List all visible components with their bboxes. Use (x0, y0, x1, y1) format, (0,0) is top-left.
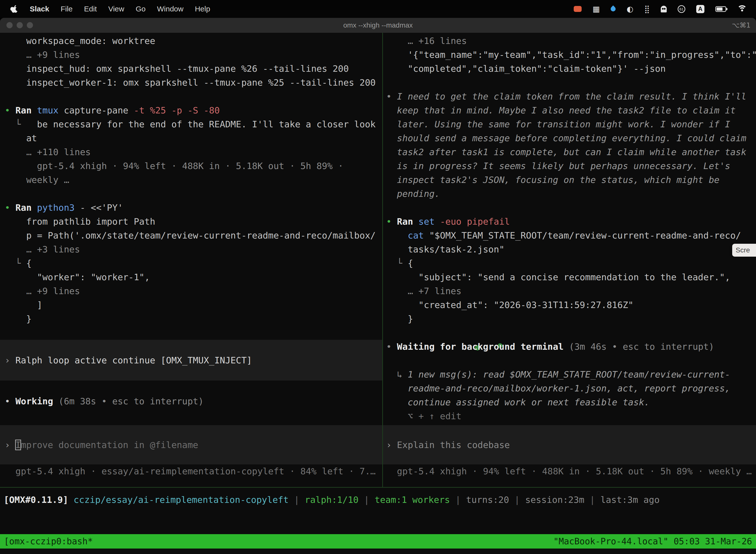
text-segment: -euo pipefail (440, 216, 510, 227)
text-segment: • (5, 203, 15, 213)
terminal-line: "created_at": "2026-03-31T11:59:27.816Z" (386, 298, 756, 312)
text-segment: gpt-5.4 xhigh · 94% left · 488K in · 5.1… (5, 161, 343, 171)
text-segment: └ (386, 258, 408, 268)
terminal-line: └ be necessary for the end of the README… (5, 117, 382, 131)
menu-window[interactable]: Window (157, 5, 184, 13)
apple-menu-icon[interactable] (10, 4, 18, 14)
terminal-line: └ { (5, 257, 382, 270)
screen-tooltip[interactable]: Scre (732, 244, 756, 257)
text-segment: ] (5, 300, 43, 310)
window-title: omx --xhigh --madmax (0, 18, 756, 33)
text-segment: "$OMX_TEAM_STATE_ROOT/team/review-curren… (429, 230, 741, 240)
terminal-line: p = Path('.omx/state/team/review-current… (5, 229, 382, 242)
text-segment: "created_at": "2026-03-31T11:59:27.816Z" (386, 300, 633, 310)
terminal-line: … +3 lines (5, 242, 382, 257)
text-segment: › (386, 440, 397, 450)
text-segment: | (289, 495, 305, 505)
terminal-line: readme-and-reco/mailbox/worker-1.json, a… (386, 382, 756, 395)
text-segment: … +9 lines (5, 286, 80, 296)
text-segment: "completed","claim_token":"claim-token"}… (386, 63, 666, 74)
text-segment: 1 new msg(s): read $OMX_TEAM_STATE_ROOT/… (408, 369, 730, 380)
screen-recording-indicator-icon[interactable] (574, 6, 582, 12)
text-segment: I (15, 440, 21, 450)
window-titlebar[interactable]: omx --xhigh --madmax ⌥⌘1 (0, 18, 756, 33)
text-segment: › (5, 440, 15, 450)
text-segment: continue assigned work or next feasible … (386, 397, 649, 407)
active-app-menu[interactable]: Slack (30, 5, 49, 13)
text-segment: should send a message before completing … (386, 133, 746, 143)
tmux-session-label[interactable]: [omx-cczip0:bash* (4, 534, 93, 549)
text-segment: • (386, 91, 397, 102)
text-segment: Waiting for (397, 341, 461, 352)
terminal-line: "completed","claim_token":"claim-token"}… (386, 62, 756, 76)
menu-view[interactable]: View (108, 5, 124, 13)
text-segment: › (5, 355, 15, 365)
text-segment: └ (5, 119, 37, 129)
menu-bar: Slack File Edit View Go Window Help ▦ ◐ … (0, 0, 756, 18)
menu-help[interactable]: Help (195, 5, 210, 13)
text-segment: pending. (386, 189, 440, 199)
terminal-line: at (5, 131, 382, 145)
menu-go[interactable]: Go (136, 5, 145, 13)
badge-61-icon[interactable]: 61 (678, 5, 685, 13)
text-segment: ralph:1/10 (305, 495, 359, 505)
text-segment: set (419, 216, 435, 227)
terminal-line: … +16 lines (386, 34, 756, 48)
input-source-icon[interactable]: A (696, 5, 704, 13)
text-segment: { (408, 258, 413, 268)
half-circle-icon[interactable]: ◐ (627, 5, 633, 13)
terminal-line: [OMX#0.11.9] cczip/essay/ai-reimplementa… (4, 493, 659, 507)
text-segment: at (5, 133, 37, 143)
menu-edit[interactable]: Edit (84, 5, 97, 13)
text-segment: is in progress? It seems likely but perh… (386, 161, 730, 171)
text-segment: { (26, 258, 32, 268)
prompt-band[interactable]: › Improve documentation in @filename (0, 425, 382, 464)
text-segment: I need to get the claim token from the c… (397, 91, 746, 102)
ghost-icon[interactable] (661, 6, 667, 12)
text-segment: | (584, 495, 601, 505)
left-pane[interactable]: workspace_mode: worktree … +9 lines insp… (0, 33, 382, 487)
terminal-line: • Ran tmux capture-pane -t %25 -p -S -80 (5, 104, 382, 117)
menu-bar-left: Slack File Edit View Go Window Help (0, 4, 210, 14)
text-segment: later. Using the same for transition mig… (386, 119, 730, 129)
terminal-line: should send a message before completing … (386, 131, 756, 145)
battery-icon[interactable] (715, 6, 726, 12)
terminal-line: … +7 lines (386, 284, 756, 298)
terminal-line: … +9 lines (5, 284, 382, 298)
text-segment: Explain this codebase (397, 440, 510, 450)
terminal-line: gpt-5.4 xhigh · 94% left · 488K in · 5.1… (386, 464, 756, 478)
text-segment: -t %25 -p -S -80 (134, 105, 220, 115)
text-segment (386, 230, 408, 240)
terminal-line: tasks/task-2.json" (386, 242, 756, 257)
text-segment: terminal (515, 341, 564, 352)
right-pane[interactable]: … +16 lines '{"team_name":"my-team","tas… (383, 33, 756, 487)
window-shortcut-hint: ⌥⌘1 (732, 18, 751, 33)
text-segment: tmux (37, 105, 59, 115)
prompt-band[interactable]: › Explain this codebase (383, 425, 756, 464)
terminal-line: gpt-5.4 xhigh · essay/ai-reimplementatio… (5, 464, 382, 478)
dots-grid-icon[interactable]: ⣿ (644, 5, 650, 13)
terminal-line: workspace_mode: worktree (5, 34, 382, 48)
text-segment: … +110 lines (5, 147, 91, 157)
text-segment: Ran (15, 203, 37, 213)
terminal-line: from pathlib import Path (5, 215, 382, 229)
pane-divider-horizontal[interactable] (0, 487, 756, 488)
droplet-icon[interactable] (610, 5, 617, 12)
keyboard-grid-icon[interactable]: ▦ (592, 5, 600, 13)
terminal-line: later. Using the same for transition mig… (386, 117, 756, 131)
text-segment: ↳ (386, 369, 408, 380)
text-segment: | (509, 495, 525, 505)
terminal-line: inspect task2's JSON, focusing on the st… (386, 173, 756, 187)
text-segment: • (386, 216, 397, 227)
terminal-line: • I need to get the claim token from the… (386, 90, 756, 104)
text-segment: Ran (15, 105, 37, 115)
menu-bar-status-icons: ▦ ◐ ⣿ 61 A (574, 5, 756, 13)
text-segment: mprove documentation in @filename (21, 440, 198, 450)
menu-file[interactable]: File (61, 5, 72, 13)
text-segment: … +16 lines (386, 36, 467, 46)
omx-status-line: [OMX#0.11.9] cczip/essay/ai-reimplementa… (4, 493, 659, 507)
text-segment: session:23m (525, 495, 584, 505)
text-segment: python3 (37, 203, 75, 213)
wifi-icon[interactable] (737, 5, 747, 13)
prompt-band[interactable]: › Ralph loop active continue [OMX_TMUX_I… (0, 340, 382, 381)
